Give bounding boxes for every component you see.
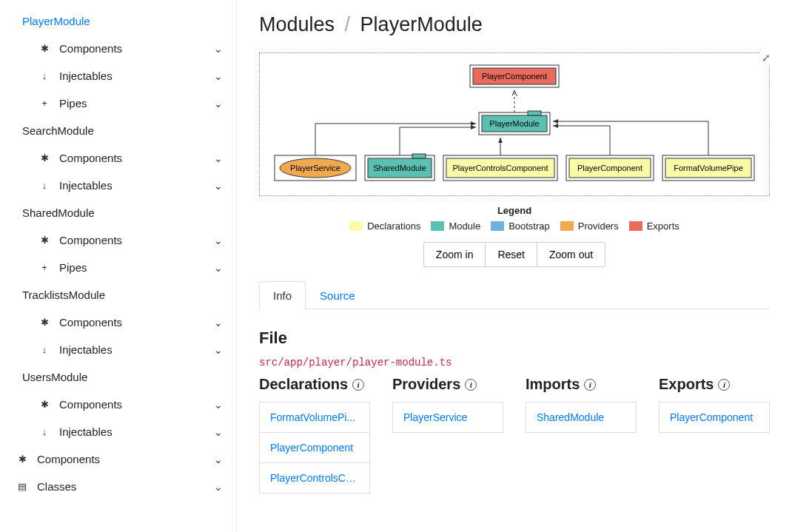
sidebar-item-injectables[interactable]: ↓Injectables⌄ <box>0 418 236 445</box>
sidebar-module-UsersModule[interactable]: UsersModule <box>0 363 236 391</box>
link-card[interactable]: PlayerComponent <box>259 433 370 463</box>
svg-text:SharedModule: SharedModule <box>373 164 426 172</box>
legend-item: Declarations <box>349 220 420 232</box>
legend-item: Providers <box>560 220 619 232</box>
file-heading: File <box>259 329 770 348</box>
legend-swatch <box>431 221 444 231</box>
col-declarations: Declarationsi FormatVolumePi...PlayerCom… <box>259 376 370 494</box>
sidebar-item-injectables[interactable]: ↓Injectables⌄ <box>0 62 236 90</box>
chevron-down-icon: ⌄ <box>214 454 223 465</box>
legend-title: Legend <box>259 205 770 216</box>
gear-icon: ✱ <box>37 43 52 54</box>
sidebar-item-classes[interactable]: ▤Classes⌄ <box>0 473 236 500</box>
sidebar-item-injectables[interactable]: ↓Injectables⌄ <box>0 172 236 199</box>
sidebar-item-pipes[interactable]: +Pipes⌄ <box>0 254 236 281</box>
gear-icon: ✱ <box>37 152 52 164</box>
chevron-down-icon: ⌄ <box>214 235 223 246</box>
sidebar-item-components[interactable]: ✱Components⌄ <box>0 309 236 336</box>
tab-source[interactable]: Source <box>306 281 369 309</box>
chevron-down-icon: ⌄ <box>214 43 223 55</box>
chevron-down-icon: ⌄ <box>214 344 223 356</box>
chevron-down-icon: ⌄ <box>214 180 223 192</box>
chevron-down-icon: ⌄ <box>214 481 223 493</box>
tab-info[interactable]: Info <box>259 281 306 309</box>
down-icon: ↓ <box>37 426 52 437</box>
zoom-in-button[interactable]: Zoom in <box>423 242 486 267</box>
diagram-node-decl-0[interactable]: PlayerControlsComponent <box>443 155 557 181</box>
gear-icon: ✱ <box>37 235 52 246</box>
down-icon: ↓ <box>37 70 52 81</box>
diagram-node-import[interactable]: SharedModule <box>365 154 434 181</box>
sidebar-item-pipes[interactable]: +Pipes⌄ <box>0 90 236 117</box>
link-card[interactable]: FormatVolumePi... <box>259 402 370 433</box>
link-card[interactable]: PlayerControlsCo... <box>259 463 370 494</box>
legend-item: Exports <box>629 220 679 232</box>
diagram-node-decl-2[interactable]: FormatVolumePipe <box>662 155 754 181</box>
zoom-out-button[interactable]: Zoom out <box>537 242 605 267</box>
breadcrumb-separator: / <box>345 13 351 36</box>
link-card[interactable]: PlayerComponent <box>659 402 770 433</box>
chevron-down-icon: ⌄ <box>214 152 223 164</box>
exports-title: Exports <box>659 376 714 393</box>
sidebar-item-injectables[interactable]: ↓Injectables⌄ <box>0 336 236 363</box>
expand-icon[interactable]: ⤢ <box>760 50 772 65</box>
svg-text:PlayerComponent: PlayerComponent <box>482 72 547 81</box>
col-providers: Providersi PlayerService <box>392 376 503 494</box>
chevron-down-icon: ⌄ <box>214 426 223 438</box>
info-icon[interactable]: i <box>465 379 477 391</box>
chevron-down-icon: ⌄ <box>214 317 223 329</box>
sidebar-module-PlayerModule[interactable]: PlayerModule <box>0 7 236 35</box>
down-icon: ↓ <box>37 344 52 355</box>
legend: Legend DeclarationsModuleBootstrapProvid… <box>259 205 770 232</box>
link-card[interactable]: PlayerService <box>392 402 503 433</box>
info-icon[interactable]: i <box>352 379 364 391</box>
gear-icon: ✱ <box>15 454 30 465</box>
diagram-node-module[interactable]: PlayerModule <box>479 111 550 135</box>
sidebar-item-components[interactable]: ✱Components⌄ <box>0 445 236 473</box>
legend-swatch <box>560 221 574 231</box>
sidebar-module-SharedModule[interactable]: SharedModule <box>0 199 236 226</box>
sidebar-module-TracklistsModule[interactable]: TracklistsModule <box>0 281 236 309</box>
file-path: src/app/player/player-module.ts <box>259 357 770 368</box>
info-icon[interactable]: i <box>718 379 730 391</box>
legend-swatch <box>629 221 642 231</box>
providers-title: Providers <box>392 376 460 393</box>
zoom-controls: Zoom inResetZoom out <box>259 242 770 267</box>
svg-text:PlayerControlsComponent: PlayerControlsComponent <box>452 164 548 172</box>
diagram-node-provider[interactable]: PlayerService <box>275 155 356 181</box>
chevron-down-icon: ⌄ <box>214 70 223 82</box>
legend-swatch <box>491 221 504 231</box>
sidebar-item-components[interactable]: ✱Components⌄ <box>0 226 236 254</box>
info-icon[interactable]: i <box>584 379 596 391</box>
sidebar-item-components[interactable]: ✱Components⌄ <box>0 35 236 62</box>
imports-title: Imports <box>526 376 580 393</box>
breadcrumb: Modules / PlayerModule <box>259 13 770 36</box>
sidebar-item-components[interactable]: ✱Components⌄ <box>0 391 236 418</box>
legend-swatch <box>349 221 363 231</box>
plus-icon: + <box>37 262 52 273</box>
legend-item: Module <box>431 220 480 232</box>
diagram-container: ⤢ PlayerComponent <box>259 53 770 196</box>
link-card[interactable]: SharedModule <box>526 402 637 433</box>
list-icon: ▤ <box>15 481 30 492</box>
col-imports: Importsi SharedModule <box>526 376 637 494</box>
gear-icon: ✱ <box>37 399 52 410</box>
main-content: Modules / PlayerModule ⤢ P <box>237 0 792 532</box>
sidebar: PlayerModule✱Components⌄↓Injectables⌄+Pi… <box>0 0 237 532</box>
chevron-down-icon: ⌄ <box>214 399 223 411</box>
sidebar-item-components[interactable]: ✱Components⌄ <box>0 144 236 172</box>
breadcrumb-parent[interactable]: Modules <box>259 13 335 36</box>
diagram-node-decl-1[interactable]: PlayerComponent <box>566 155 654 181</box>
col-exports: Exportsi PlayerComponent <box>659 376 770 494</box>
chevron-down-icon: ⌄ <box>214 98 223 110</box>
svg-text:PlayerService: PlayerService <box>290 164 340 172</box>
svg-text:PlayerComponent: PlayerComponent <box>577 164 642 172</box>
sidebar-module-SearchModule[interactable]: SearchModule <box>0 117 236 144</box>
declarations-title: Declarations <box>259 376 348 393</box>
svg-text:PlayerModule: PlayerModule <box>489 119 539 128</box>
chevron-down-icon: ⌄ <box>214 262 223 274</box>
breadcrumb-current: PlayerModule <box>360 13 483 36</box>
diagram-node-export[interactable]: PlayerComponent <box>470 65 559 87</box>
tabs: Info Source <box>259 280 770 309</box>
zoom-reset-button[interactable]: Reset <box>485 242 537 267</box>
